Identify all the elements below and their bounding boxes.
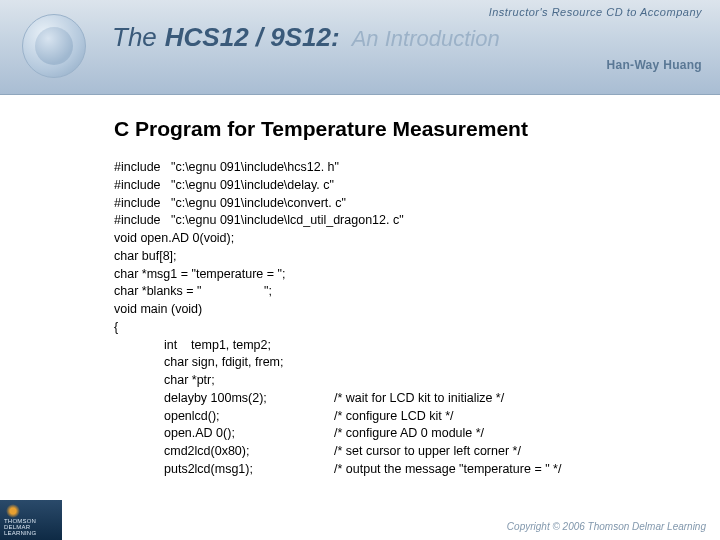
code-line: #include "c:\egnu 091\include\lcd_util_d…	[114, 212, 680, 230]
header-title: The HCS12 / 9S12: An Introduction	[112, 22, 500, 53]
code-call: puts2lcd(msg1);	[164, 461, 334, 479]
publisher-name: THOMSONDELMAR LEARNING	[4, 518, 62, 536]
code-line: puts2lcd(msg1);/* output the message "te…	[114, 461, 680, 479]
code-comment: /* output the message "temperature = " *…	[334, 461, 561, 479]
slide-footer: THOMSONDELMAR LEARNING Copyright © 2006 …	[0, 500, 720, 540]
header-author: Han-Way Huang	[607, 58, 702, 72]
brand-logo-icon	[22, 14, 86, 78]
code-line: {	[114, 319, 680, 337]
code-line: #include "c:\egnu 091\include\delay. c"	[114, 177, 680, 195]
code-call: openlcd();	[164, 408, 334, 426]
code-comment: /* configure LCD kit */	[334, 408, 454, 426]
code-line: char sign, fdigit, frem;	[114, 354, 680, 372]
title-suffix: An Introduction	[352, 26, 500, 52]
code-line: openlcd();/* configure LCD kit */	[114, 408, 680, 426]
code-comment: /* configure AD 0 module */	[334, 425, 484, 443]
code-line: cmd2lcd(0x80);/* set cursor to upper lef…	[114, 443, 680, 461]
code-call: delayby 100ms(2);	[164, 390, 334, 408]
code-comment: /* set cursor to upper left corner */	[334, 443, 521, 461]
code-line: char *ptr;	[114, 372, 680, 390]
title-prefix: The	[112, 22, 157, 53]
code-line: int temp1, temp2;	[114, 337, 680, 355]
publisher-badge: THOMSONDELMAR LEARNING	[0, 500, 62, 540]
code-comment: /* wait for LCD kit to initialize */	[334, 390, 504, 408]
code-line: #include "c:\egnu 091\include\convert. c…	[114, 195, 680, 213]
code-block: #include "c:\egnu 091\include\hcs12. h"#…	[114, 159, 680, 479]
slide-content: C Program for Temperature Measurement #i…	[0, 95, 720, 479]
code-line: char buf[8];	[114, 248, 680, 266]
copyright-text: Copyright © 2006 Thomson Delmar Learning	[507, 521, 720, 540]
code-line: void open.AD 0(void);	[114, 230, 680, 248]
header-tagline: Instructor's Resource CD to Accompany	[489, 6, 702, 18]
code-line: char *msg1 = "temperature = ";	[114, 266, 680, 284]
code-line: open.AD 0();/* configure AD 0 module */	[114, 425, 680, 443]
code-call: cmd2lcd(0x80);	[164, 443, 334, 461]
page-title: C Program for Temperature Measurement	[114, 117, 680, 141]
code-call: open.AD 0();	[164, 425, 334, 443]
code-line: #include "c:\egnu 091\include\hcs12. h"	[114, 159, 680, 177]
code-line: void main (void)	[114, 301, 680, 319]
code-line: char *blanks = " ";	[114, 283, 680, 301]
title-main: HCS12 / 9S12:	[165, 22, 340, 53]
brand-logo-inner-icon	[35, 27, 73, 65]
code-line: delayby 100ms(2);/* wait for LCD kit to …	[114, 390, 680, 408]
slide-header: Instructor's Resource CD to Accompany Th…	[0, 0, 720, 95]
